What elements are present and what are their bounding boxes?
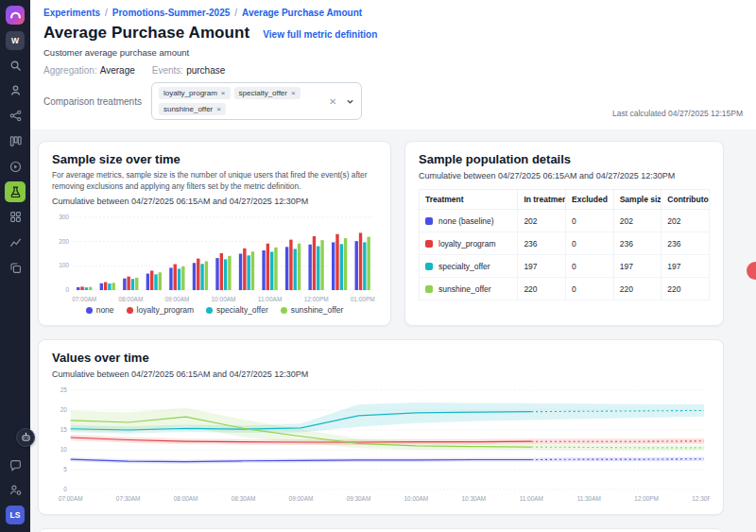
sample-size-card: Sample size over time For average metric… <box>38 141 391 326</box>
chart-legend: noneloyalty_programspecialty_offersunshi… <box>52 305 377 315</box>
svg-text:09:30AM: 09:30AM <box>347 495 371 502</box>
workspace-badge[interactable]: W <box>6 31 25 50</box>
table-row: loyalty_program2360236236 <box>420 232 710 255</box>
population-title: Sample population details <box>419 152 710 166</box>
columns-icon[interactable] <box>5 131 26 152</box>
svg-text:08:30AM: 08:30AM <box>232 495 256 502</box>
legend-dot <box>127 307 133 314</box>
value-cell: 220 <box>518 278 566 300</box>
values-cumulative: Cumulative between 04/27/2025 06:15AM an… <box>52 369 710 379</box>
legend-item[interactable]: loyalty_program <box>127 305 194 315</box>
metric-meta-row: Aggregation:Average Events:purchase <box>43 65 743 76</box>
svg-text:08:00AM: 08:00AM <box>174 495 198 502</box>
svg-text:10:30AM: 10:30AM <box>462 495 487 502</box>
legend-item[interactable]: specialty_offer <box>206 305 268 315</box>
comparison-treatments-label: Comparison treatments <box>43 96 142 107</box>
view-metric-definition-link[interactable]: View full metric definition <box>263 29 377 40</box>
value-cell: 220 <box>662 278 710 300</box>
column-header: Sample size <box>613 190 662 210</box>
svg-text:12:00PM: 12:00PM <box>634 495 659 502</box>
aggregation-label: Aggregation: <box>43 65 97 76</box>
value-cell: 0 <box>566 255 614 278</box>
population-table: TreatmentIn treatmentExcludedSample size… <box>419 189 710 300</box>
aggregation-value: Average <box>100 65 135 76</box>
chip-remove-icon[interactable]: × <box>216 105 221 113</box>
svg-text:08:00AM: 08:00AM <box>118 296 143 302</box>
svg-text:11:30AM: 11:30AM <box>577 495 601 502</box>
legend-dot <box>206 307 213 314</box>
column-header: Contributors <box>662 190 710 210</box>
value-cell: 0 <box>566 278 614 300</box>
search-icon[interactable] <box>5 55 26 76</box>
clear-selection-icon[interactable]: ✕ <box>327 96 338 107</box>
metrics-chart-icon[interactable] <box>5 232 26 253</box>
chevron-down-icon[interactable] <box>346 97 354 106</box>
events-value: purchase <box>186 65 225 76</box>
legend-item[interactable]: sunshine_offer <box>281 305 344 315</box>
apps-grid-icon[interactable] <box>5 207 26 228</box>
chip-remove-icon[interactable]: × <box>221 89 226 97</box>
breadcrumb-experiment-name[interactable]: Promotions-Summer-2025 <box>112 8 230 18</box>
breadcrumb-separator: / <box>234 8 237 18</box>
experiments-flask-icon[interactable] <box>5 181 26 202</box>
value-cell: 220 <box>613 278 662 300</box>
table-row: specialty_offer1970197197 <box>420 255 710 278</box>
value-cell: 202 <box>662 210 710 232</box>
chip-remove-icon[interactable]: × <box>291 89 296 97</box>
value-cell: 202 <box>613 210 662 232</box>
treatment-color-swatch <box>425 217 433 225</box>
play-circle-icon[interactable] <box>5 156 26 177</box>
svg-text:300: 300 <box>59 214 69 220</box>
chat-icon[interactable] <box>5 455 26 475</box>
svg-text:11:00AM: 11:00AM <box>258 296 283 302</box>
column-header: In treatment <box>518 190 566 210</box>
svg-text:09:00AM: 09:00AM <box>164 296 189 302</box>
values-title: Values over time <box>52 351 710 365</box>
svg-text:100: 100 <box>59 263 69 269</box>
values-line-chart[interactable]: 051015202507:00AM07:30AM08:00AM08:30AM09… <box>52 383 710 504</box>
breadcrumb-experiments[interactable]: Experiments <box>43 8 100 18</box>
last-calculated-text: Last calculated 04/27/2025 12:15PM <box>612 109 743 118</box>
treatment-color-swatch <box>425 263 433 270</box>
treatment-chip[interactable]: sunshine_offer× <box>159 103 226 115</box>
breadcrumb-metric-name[interactable]: Average Purchase Amount <box>242 8 362 18</box>
value-cell: 236 <box>518 232 566 255</box>
sample-size-cumulative: Cumulative between 04/27/2025 06:15AM an… <box>52 197 377 206</box>
value-cell: 202 <box>518 210 566 232</box>
comparison-treatments-select[interactable]: loyalty_program×specialty_offer×sunshine… <box>151 82 362 120</box>
sample-size-bar-chart[interactable]: 010020030007:00AM08:00AM09:00AM10:00AM11… <box>52 210 377 304</box>
svg-text:11:00AM: 11:00AM <box>520 495 543 502</box>
user-avatar-badge[interactable]: LS <box>6 506 25 524</box>
account-settings-icon[interactable] <box>5 480 26 501</box>
app-sidebar: W LS <box>0 0 30 532</box>
svg-text:07:30AM: 07:30AM <box>116 495 141 502</box>
sample-size-title: Sample size over time <box>52 152 377 166</box>
value-cell: 197 <box>613 255 662 278</box>
svg-text:10:00AM: 10:00AM <box>404 495 429 502</box>
svg-text:01:00PM: 01:00PM <box>351 296 375 302</box>
ai-assistant-button[interactable] <box>16 428 35 447</box>
sample-population-card: Sample population details Cumulative bet… <box>404 141 724 326</box>
treatment-name-cell: loyalty_program <box>420 232 518 255</box>
svg-text:10:00AM: 10:00AM <box>211 296 235 302</box>
app-logo-icon[interactable] <box>6 6 25 25</box>
users-icon[interactable] <box>5 80 26 101</box>
value-cell: 236 <box>613 232 662 255</box>
network-icon[interactable] <box>5 106 26 127</box>
svg-text:12:30PM: 12:30PM <box>692 495 710 502</box>
table-header-row: TreatmentIn treatmentExcludedSample size… <box>420 190 710 210</box>
treatment-chips: loyalty_program×specialty_offer×sunshine… <box>159 87 319 115</box>
sample-size-description: For average metrics, sample size is the … <box>52 170 369 192</box>
svg-text:07:00AM: 07:00AM <box>72 296 96 302</box>
treatment-chip[interactable]: loyalty_program× <box>159 87 231 99</box>
layers-icon[interactable] <box>5 257 26 278</box>
legend-item[interactable]: none <box>86 305 114 315</box>
population-cumulative: Cumulative between 04/27/2025 06:15AM an… <box>419 171 710 180</box>
legend-dot <box>86 307 93 314</box>
table-row: none (baseline)2020202202 <box>420 210 710 232</box>
treatment-chip[interactable]: specialty_offer× <box>234 87 301 99</box>
treatment-name-cell: sunshine_offer <box>420 278 518 300</box>
page-title: Average Purchase Amount <box>43 24 249 43</box>
value-cell: 0 <box>566 210 614 232</box>
treatment-name-cell: specialty_offer <box>420 255 518 278</box>
